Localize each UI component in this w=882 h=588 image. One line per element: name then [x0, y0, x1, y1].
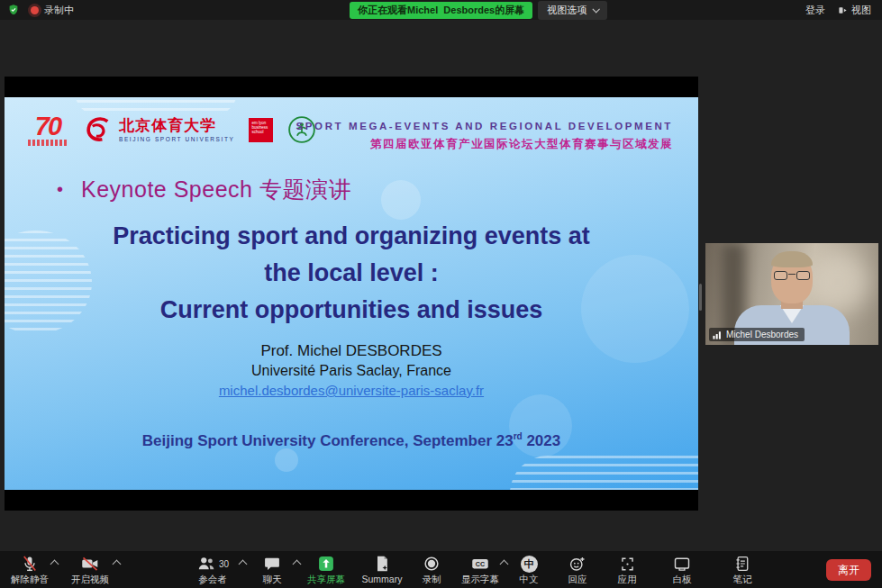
leave-meeting-button[interactable]: 离开 [826, 559, 871, 581]
chat-label: 聊天 [263, 574, 282, 586]
sign-in-button[interactable]: 登录 [805, 4, 825, 17]
bsu-chinese-name: 北京体育大学 [119, 118, 234, 134]
share-screen-label: 共享屏幕 [307, 574, 345, 586]
beijing-sport-university-logo: 北京体育大学 BEIJING SPORT UNIVERSITY [82, 114, 234, 145]
summary-document-icon [374, 555, 390, 573]
svg-text:CC: CC [476, 561, 485, 568]
panel-resize-handle[interactable] [699, 284, 702, 311]
captions-label: 显示字幕 [461, 574, 499, 586]
notes-button[interactable]: 笔记 [708, 555, 777, 586]
participant-name: Michel Desbordes [726, 330, 798, 339]
emlyon-logo: em lyon business school [249, 118, 273, 142]
meeting-toolbar: 解除静音 开启视频 30 参会者 [0, 551, 882, 588]
whiteboard-label: 白板 [673, 574, 692, 586]
title-line-3: Current opportunities and issues [5, 292, 698, 329]
glasses-lens [796, 271, 810, 280]
slide-header: SPORT MEGA-EVENTS AND REGIONAL DEVELOPME… [296, 121, 673, 152]
bullet-point: • [57, 179, 63, 200]
speaker-name: Prof. Michel DESBORDES [5, 341, 698, 361]
top-bar-center: 你正在观看Michel Desbordes的屏幕 视图选项 [350, 0, 607, 20]
conference-date-prefix: Beijing Sport University Conference, Sep… [142, 432, 514, 449]
participants-icon [196, 555, 216, 573]
closed-captions-icon: CC [470, 555, 490, 573]
glasses-lens [774, 271, 787, 280]
security-shield-icon[interactable] [7, 4, 20, 16]
keynote-heading: • Keynote Speech 专题演讲 [57, 175, 351, 204]
record-label: 录制 [423, 574, 441, 586]
shared-screen-view: 70 北京体育大学 BEIJING SPORT UNIVERSITY em ly… [5, 77, 698, 511]
view-label: 视图 [851, 4, 871, 17]
conference-date-line: Beijing Sport University Conference, Sep… [5, 431, 698, 450]
view-layout-button[interactable]: 视图 [838, 4, 871, 17]
speaker-block: Prof. Michel DESBORDES Université Paris … [5, 341, 698, 401]
recording-label: 录制中 [44, 4, 74, 17]
participants-label: 参会者 [198, 574, 227, 586]
conference-date-suffix: 2023 [523, 432, 561, 449]
reactions-smiley-icon [568, 555, 586, 573]
share-screen-icon [317, 555, 335, 573]
start-video-button[interactable]: 开启视频 [56, 555, 124, 586]
view-layout-icon [838, 5, 848, 15]
title-line-2: the local level : [5, 255, 698, 292]
title-line-1: Practicing sport and organizing events a… [5, 218, 698, 255]
notes-icon [734, 555, 750, 573]
bsu-swirl-icon [82, 114, 113, 145]
participant-head [771, 253, 813, 303]
slide-decoration [381, 180, 421, 220]
shield-check-icon [7, 4, 20, 16]
participants-button[interactable]: 30 参会者 [178, 555, 247, 586]
conference-title-en: SPORT MEGA-EVENTS AND REGIONAL DEVELOPME… [296, 121, 673, 131]
microphone-muted-icon [21, 555, 39, 573]
slide-title: Practicing sport and organizing events a… [5, 218, 698, 329]
anniversary-caption-decoration [28, 140, 68, 146]
anniversary-70-logo: 70 [28, 113, 68, 146]
whiteboard-icon [673, 555, 691, 573]
start-video-label: 开启视频 [71, 574, 109, 586]
chevron-down-icon [593, 5, 600, 13]
apps-icon [619, 556, 636, 573]
glasses-icon [774, 271, 810, 280]
speaker-email-link: michel.desbordes@universite-paris-saclay… [5, 381, 698, 401]
signal-bars-icon [713, 330, 723, 339]
slide-decoration [510, 456, 698, 490]
slide-logos: 70 北京体育大学 BEIJING SPORT UNIVERSITY em ly… [28, 113, 316, 146]
participants-count: 30 [219, 559, 229, 569]
bsu-english-name: BEIJING SPORT UNIVERSITY [119, 136, 234, 142]
reactions-label: 回应 [568, 574, 587, 586]
language-label: 中文 [520, 574, 539, 586]
recording-dot-icon [31, 6, 39, 14]
participant-video[interactable]: Michel Desbordes [705, 243, 878, 345]
language-icon: 中 [521, 556, 538, 573]
presentation-slide: 70 北京体育大学 BEIJING SPORT UNIVERSITY em ly… [5, 97, 698, 490]
whiteboard-button[interactable]: 白板 [648, 555, 716, 586]
recording-indicator[interactable]: 录制中 [31, 4, 74, 17]
video-background-detail [806, 250, 869, 313]
camera-off-icon [80, 555, 100, 573]
anniversary-70-text: 70 [35, 113, 60, 139]
watching-screen-badge: 你正在观看Michel Desbordes的屏幕 [350, 2, 532, 19]
view-options-button[interactable]: 视图选项 [538, 1, 607, 20]
summary-label: Summary [362, 574, 403, 584]
view-options-label: 视图选项 [547, 4, 586, 17]
slide-decoration [275, 448, 298, 472]
language-glyph: 中 [524, 557, 534, 571]
bsu-logo-text: 北京体育大学 BEIJING SPORT UNIVERSITY [119, 118, 234, 142]
top-bar-right: 登录 视图 [805, 4, 882, 17]
notes-label: 笔记 [733, 574, 752, 586]
top-bar: 录制中 你正在观看Michel Desbordes的屏幕 视图选项 登录 视图 [0, 0, 882, 20]
participant-name-badge: Michel Desbordes [709, 328, 805, 341]
top-bar-left: 录制中 [0, 4, 74, 17]
conference-date-ordinal: rd [514, 431, 523, 441]
keynote-text: Keynote Speech 专题演讲 [81, 175, 351, 204]
record-icon [423, 555, 441, 573]
chat-bubble-icon [263, 555, 281, 573]
slide-decoration [75, 97, 237, 115]
speaker-affiliation: Université Paris Saclay, France [5, 361, 698, 381]
unmute-label: 解除静音 [11, 574, 49, 586]
apps-label: 应用 [618, 574, 637, 586]
conference-title-zh: 第四届欧亚体育产业国际论坛大型体育赛事与区域发展 [296, 137, 673, 152]
sign-in-label: 登录 [805, 4, 825, 17]
